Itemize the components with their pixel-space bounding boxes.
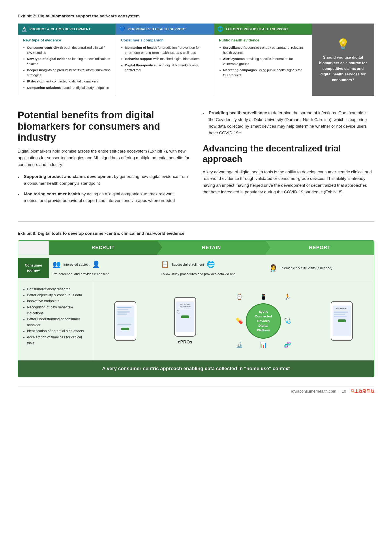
list-item: New type of digital evidence leading to … <box>27 56 111 66</box>
exhibit7-cards-grid: 🔬 PRODUCT & CLAIMS DEVELOPMENT New type … <box>18 23 374 97</box>
phone-mockup-1 <box>114 301 136 341</box>
phone-screen-1 <box>116 305 134 336</box>
follow-study-icon: 🌐 <box>207 260 215 269</box>
report-header: REPORT <box>266 241 374 255</box>
potential-benefits-body: Digital biomarkers hold promise across t… <box>18 148 189 168</box>
footer-chinese: 马上收录导航 <box>350 389 374 394</box>
device-icon-7: 📊 <box>260 341 267 349</box>
list-item: Companion solutions based on digital stu… <box>27 85 111 90</box>
list-item: Consumer-centricity through decentralize… <box>27 45 111 55</box>
bottom-bar: A very consumer-centric approach enablin… <box>18 360 374 377</box>
list-item: Marketing campaigns Using public health … <box>223 68 307 78</box>
advancing-body: A key advantage of digital health tools … <box>203 169 375 195</box>
card-product-claims-title: New type of evidence <box>23 38 111 43</box>
enrollment-icon: 📋 <box>161 260 169 269</box>
phone-screen-3: Results Alert <box>333 305 351 336</box>
advancing-heading: Advancing the decentralized trial approa… <box>203 143 375 164</box>
phone-screen-2: Did you feel unwell today? No Yes <box>176 301 194 332</box>
iqvia-text: IQVIAConnectedDevicesDigitalPlatform <box>255 309 272 332</box>
exhibit7-label: Exhibit 7: Digital biomarkers support th… <box>18 13 374 19</box>
exhibit8-bottom: Consumer-friendly research Better object… <box>18 281 374 360</box>
device-icon-1: ⌚ <box>236 293 243 301</box>
journey-row: Consumer journey 👥 Interested subject 👤 … <box>18 255 374 281</box>
potential-benefits-heading: Potential benefits from digital biomarke… <box>18 110 189 143</box>
list-item: Deeper insights on product benefits to i… <box>27 68 111 78</box>
list-item: Digital therapeutics using digital bioma… <box>125 63 209 73</box>
list-item: Surveillance Recognize trends / outsprea… <box>223 45 307 55</box>
flask-icon: 🔬 <box>21 26 27 33</box>
bullet-monitoring-health: Monitoring consumer health by acting as … <box>18 191 189 204</box>
iqvia-grid: ⌚ 📱 🏃 💊 IQVIAConnectedDevicesDigitalPlat… <box>234 291 293 351</box>
device-icon-2: 📱 <box>260 293 267 301</box>
rrr-empty-cell <box>18 241 49 255</box>
bullet-claims-development: Supporting product and claims developmen… <box>18 173 189 187</box>
card-personalized-health-header: 💙 PERSONALIZED HEALTH SUPPORT <box>116 24 214 35</box>
heart-icon: 💙 <box>119 26 125 33</box>
follow-study-text: Follow study procedures and provides dat… <box>161 272 236 276</box>
device-icon-5: 🩺 <box>284 317 291 325</box>
benefits-list: Consumer-friendly research Better object… <box>18 281 93 360</box>
iqvia-circle: IQVIAConnectedDevicesDigitalPlatform <box>246 303 281 339</box>
list-item: Better understanding of consumer behavio… <box>27 316 88 328</box>
recruit-journey-cell: 👥 Interested subject 👤 Pre-screened, and… <box>49 258 157 278</box>
device-icon-3: 🏃 <box>284 293 291 301</box>
card-personalized-health-list: Monitoring of health for prediction / pr… <box>121 45 209 73</box>
card-tailored-public-title: Public health evidence <box>219 38 307 43</box>
globe-icon: 🌐 <box>217 26 223 33</box>
retain-header: RETAIN <box>157 241 266 255</box>
interested-subject-icon: 👥 <box>53 260 61 269</box>
prescreened-icon: 👤 <box>92 260 100 269</box>
right-column: Providing health surveillance to determi… <box>203 110 375 208</box>
list-item: Acceleration of timelines for clinical t… <box>27 334 88 346</box>
consumer-journey-label: Consumer journey <box>18 258 49 278</box>
report-journey-cell: 👩‍⚕️ Telemedicine/ Site Visits (if neede… <box>266 262 374 274</box>
lightbulb-icon: 💡 <box>317 37 369 52</box>
page-footer: iqviaconsumerhealth.com | 10 马上收录导航 <box>18 386 374 394</box>
card-tailored-public: 🌐 TAILORED PUBLIC HEALTH SUPPORT Public … <box>214 24 312 96</box>
recruit-header: RECRUIT <box>49 241 157 255</box>
epros-label: ePROs <box>178 339 192 345</box>
card-tailored-public-list: Surveillance Recognize trends / outsprea… <box>219 45 307 78</box>
list-item: Behavior support with matched digital bi… <box>125 56 209 62</box>
card-personalized-health-title: Consumer's companion <box>121 38 209 43</box>
interested-subject-text: Interested subject <box>63 262 89 267</box>
footer-website: iqviaconsumerhealth.com <box>291 389 336 394</box>
card-product-claims-list: Consumer-centricity through decentralize… <box>23 45 111 90</box>
retain-journey-cell: 📋 Successful enrollment 🌐 Follow study p… <box>157 258 266 278</box>
card-personalized-health: 💙 PERSONALIZED HEALTH SUPPORT Consumer's… <box>116 24 214 96</box>
list-item: Monitoring of health for prediction / pr… <box>125 45 209 55</box>
list-item: Consumer-friendly research <box>27 286 88 292</box>
rrr-header: RECRUIT RETAIN REPORT <box>18 241 374 255</box>
list-item: IP development connected to digital biom… <box>27 79 111 84</box>
prescreened-text: Pre-screened, and provides e-consent <box>53 272 109 276</box>
list-item: Identification of potential side effects <box>27 328 88 334</box>
card-product-claims-header-text: PRODUCT & CLAIMS DEVELOPMENT <box>29 27 91 31</box>
card-product-claims: 🔬 PRODUCT & CLAIMS DEVELOPMENT New type … <box>18 24 116 96</box>
list-item: Better objectivity & continuous data <box>27 292 88 298</box>
exhibit8-label: Exhibit 8: Digital tools to develop cons… <box>18 231 374 236</box>
enrollment-text: Successful enrollment <box>172 262 204 267</box>
telemedicine-icon: 👩‍⚕️ <box>269 263 277 273</box>
card-tailored-public-header: 🌐 TAILORED PUBLIC HEALTH SUPPORT <box>214 24 312 35</box>
device-icon-6: 🔬 <box>236 341 243 349</box>
list-item: Innovative endpoints <box>27 298 88 304</box>
telemedicine-text: Telemedicine/ Site Visits (if needed) <box>280 266 332 270</box>
card-question-text: Should you use digital biomarkers as a s… <box>317 55 369 83</box>
phones-area: Did you feel unwell today? No Yes ePROs … <box>93 281 374 360</box>
card-tailored-public-header-text: TAILORED PUBLIC HEALTH SUPPORT <box>225 27 288 31</box>
card-product-claims-header: 🔬 PRODUCT & CLAIMS DEVELOPMENT <box>18 24 116 35</box>
device-icon-4: 💊 <box>236 317 243 325</box>
exhibit8-diagram: RECRUIT RETAIN REPORT Consumer journey 👥… <box>18 240 374 377</box>
card-question-inner: 💡 Should you use digital biomarkers as a… <box>317 37 369 83</box>
epros-group: Did you feel unwell today? No Yes ePROs <box>174 297 196 345</box>
left-column: Potential benefits from digital biomarke… <box>18 110 189 208</box>
iqvia-platform: ⌚ 📱 🏃 💊 IQVIAConnectedDevicesDigitalPlat… <box>234 291 293 351</box>
phone-mockup-3: Results Alert <box>331 301 353 341</box>
list-item: Recognition of new benefits & indication… <box>27 304 88 316</box>
benefits-ul: Consumer-friendly research Better object… <box>22 286 88 346</box>
section-divider <box>18 221 374 222</box>
footer-page: 10 <box>342 389 346 394</box>
main-content: Potential benefits from digital biomarke… <box>18 110 374 208</box>
exhibit8-section: Exhibit 8: Digital tools to develop cons… <box>18 231 374 377</box>
phone-mockup-2: Did you feel unwell today? No Yes <box>174 297 196 337</box>
